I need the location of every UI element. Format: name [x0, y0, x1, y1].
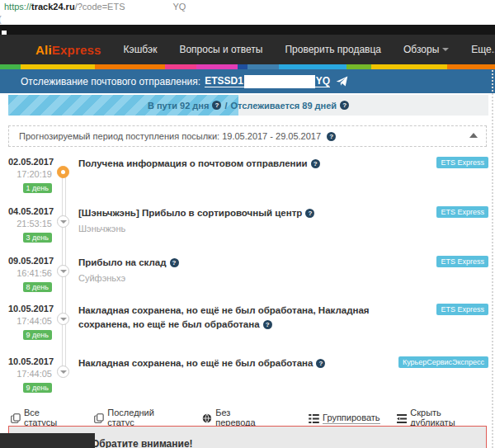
entry-date: 10.05.2017: [8, 356, 52, 366]
chevron-down-icon: [60, 270, 67, 273]
timeline-marker-icon[interactable]: [57, 265, 69, 277]
entry-location: Суйфэньхэ: [78, 273, 398, 283]
entry-day-badge: 8 день: [23, 282, 52, 292]
send-paper-plane-icon[interactable]: [336, 76, 348, 87]
timeline-entry: 10.05.2017 17:44:05 9 день Накладная сох…: [0, 355, 495, 404]
nav-item-more[interactable]: Еще...: [471, 44, 495, 55]
entry-time: 17:44:05: [8, 316, 52, 326]
entry-content: Накладная сохранена, но ещё не был обраб…: [78, 302, 398, 332]
collapse-arrow-icon[interactable]: [469, 133, 478, 138]
entry-content: Прибыло на склад? Суйфэньхэ: [78, 254, 398, 283]
chevron-down-icon: [442, 48, 449, 51]
tracking-number-link[interactable]: ETSSD1YQ: [205, 75, 330, 87]
tracking-header-label: Отслеживание почтового отправления:: [21, 76, 200, 87]
entry-time: 17:20:19: [8, 169, 52, 179]
entry-date-column: 09.05.2017 16:41:56 8 день: [8, 256, 52, 293]
help-icon[interactable]: ?: [316, 359, 325, 368]
nav-item-cashback[interactable]: Кэшбэк: [124, 44, 158, 55]
url-protocol: https://: [4, 2, 31, 12]
help-icon[interactable]: ?: [305, 209, 314, 218]
track24-page: https://track24.ru/?code=ETSYQ ( AliExpr…: [0, 0, 495, 448]
help-icon[interactable]: ?: [327, 132, 336, 141]
aliexpress-logo[interactable]: AliExpress: [35, 43, 101, 57]
nav-item-reviews[interactable]: Обзоры: [403, 44, 449, 55]
url-query: /?code=ETS: [75, 2, 125, 12]
dark-strip: [0, 25, 495, 35]
marker-dot: [61, 170, 65, 174]
entry-date: 09.05.2017: [8, 256, 52, 266]
right-dotted-border: [492, 70, 493, 448]
brand-express: Express: [52, 43, 101, 57]
entry-title: [Шэньчжэнь] Прибыло в сортировочный цент…: [78, 208, 302, 218]
entry-day-badge: 9 день: [23, 383, 52, 393]
entry-title: Накладная сохранена, но ещё не был обраб…: [78, 358, 313, 368]
timeline-entry: 10.05.2017 17:44:05 9 день Накладная сох…: [0, 302, 495, 355]
entry-day-badge: 3 день: [23, 233, 52, 243]
entry-time: 21:53:15: [8, 219, 52, 229]
notice-title: Обратите внимание!: [92, 438, 193, 448]
browser-chrome-fragment: (: [0, 14, 495, 25]
stray-glyph: (: [0, 14, 2, 24]
timeline-entry: 02.05.2017 17:20:19 1 день Получена инфо…: [0, 155, 495, 205]
entry-date-column: 10.05.2017 17:44:05 9 день: [8, 304, 52, 341]
transit-progress-bar: В пути 92 дня ? / Отслеживается 89 дней …: [8, 95, 488, 116]
entry-content: Получена информация о почтовом отправлен…: [78, 155, 398, 171]
carrier-badge[interactable]: КурьерСервисЭкспресс: [398, 356, 488, 368]
timeline-marker-icon[interactable]: [57, 365, 69, 378]
entry-date-column: 02.05.2017 17:20:19 1 день: [8, 157, 52, 194]
tracking-header: Отслеживание почтового отправления: ETSS…: [0, 69, 495, 93]
timeline-entry: 04.05.2017 21:53:15 3 день [Шэньчжэнь] П…: [0, 205, 495, 254]
chevron-down-icon: [60, 370, 67, 374]
entry-time: 17:44:05: [8, 369, 52, 379]
chevron-down-icon: [60, 220, 67, 224]
dark-overlay-box: [0, 433, 95, 448]
top-navbar: AliExpress Кэшбэк Вопросы и ответы Прове…: [0, 35, 495, 64]
entry-location: Шэньчжэнь: [78, 224, 398, 233]
pages-icon: [11, 413, 21, 423]
timeline-entry: 09.05.2017 16:41:56 8 день Прибыло на ск…: [0, 254, 495, 302]
entry-title: Накладная сохранена, но ещё не был обраб…: [78, 305, 370, 329]
entry-date: 04.05.2017: [8, 206, 52, 216]
help-icon[interactable]: ?: [170, 258, 179, 267]
redacted-tracking-number: [244, 75, 315, 88]
entry-date: 02.05.2017: [8, 157, 52, 167]
tracking-timeline: 02.05.2017 17:20:19 1 день Получена инфо…: [0, 151, 495, 400]
forecast-text: Прогнозируемый период поступления посылк…: [19, 131, 321, 141]
entry-content: [Шэньчжэнь] Прибыло в сортировочный цент…: [78, 205, 398, 233]
help-icon[interactable]: ?: [311, 159, 320, 168]
browser-address-bar[interactable]: https://track24.ru/?code=ETSYQ: [0, 0, 495, 14]
carrier-badge[interactable]: ETS Express: [436, 157, 488, 168]
carrier-badge[interactable]: ETS Express: [436, 206, 488, 218]
pages-icon: [94, 413, 104, 423]
progress-separator: /: [224, 101, 227, 111]
timeline-marker-icon[interactable]: [57, 166, 69, 178]
entry-day-badge: 1 день: [23, 183, 52, 193]
timeline-marker-icon[interactable]: [57, 215, 69, 228]
entry-day-badge: 9 день: [23, 330, 52, 340]
help-icon[interactable]: ?: [340, 101, 349, 110]
help-icon[interactable]: ?: [212, 101, 221, 110]
carrier-badge[interactable]: ETS Express: [436, 304, 488, 315]
entry-time: 16:41:56: [8, 268, 52, 278]
timeline-marker-icon[interactable]: [57, 313, 69, 325]
entry-date-column: 04.05.2017 21:53:15 3 день: [8, 206, 52, 243]
entry-title: Получена информация о почтовом отправлен…: [78, 158, 308, 168]
url-masked-suffix: YQ: [172, 2, 186, 12]
tracked-days-text: Отслеживается 89 дней: [230, 101, 337, 111]
carrier-badge[interactable]: ETS Express: [436, 256, 488, 267]
transit-days-text: В пути 92 дня: [148, 101, 209, 111]
brand-ali: Ali: [35, 43, 52, 57]
timeline-entries: 02.05.2017 17:20:19 1 день Получена инфо…: [0, 155, 495, 404]
help-icon[interactable]: ?: [263, 320, 272, 329]
nav-item-qa[interactable]: Вопросы и ответы: [179, 44, 262, 55]
group-list-icon: [309, 414, 319, 423]
entry-date-column: 10.05.2017 17:44:05 9 день: [8, 356, 52, 394]
chevron-down-icon: [60, 318, 67, 321]
status-filter-bar: Все статусы Последний статус Без перевод…: [11, 412, 487, 425]
forecast-period-box: Прогнозируемый период поступления посылк…: [8, 125, 487, 147]
tracking-number-prefix: ETSSD1: [205, 75, 243, 87]
nav-item-check-seller[interactable]: Проверить продавца: [285, 44, 381, 55]
tracking-number-suffix: YQ: [316, 75, 330, 87]
hide-duplicates-icon: [397, 414, 408, 423]
globe-icon: [202, 413, 212, 423]
